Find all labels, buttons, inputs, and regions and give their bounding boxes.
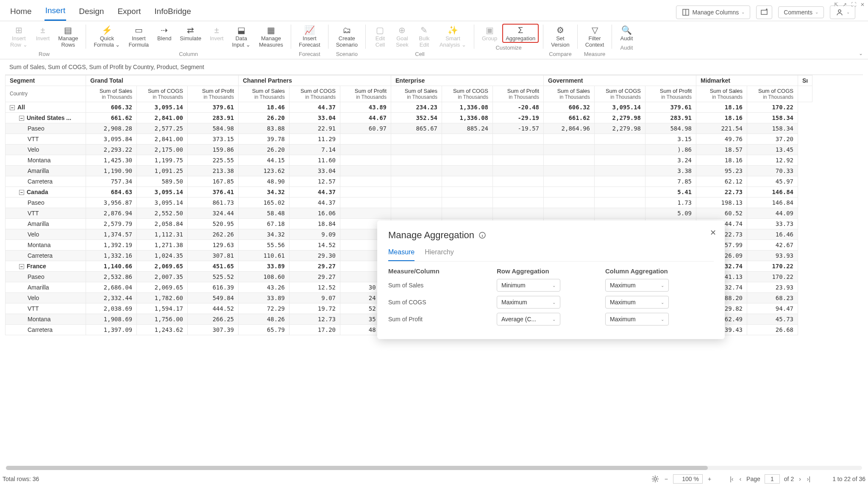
data-input-icon: ⬓ — [237, 25, 245, 36]
tab-home[interactable]: Home — [9, 4, 33, 20]
ribbon-group-forecast: Forecast — [299, 49, 320, 58]
close-icon[interactable]: ✕ — [710, 228, 716, 237]
table-row[interactable]: Paseo3,956.873,095.14861.73165.0244.371.… — [6, 197, 812, 208]
ribbon-manage-measures[interactable]: ▦ManageMeasures — [256, 24, 287, 49]
smart-analysis-icon: ✨ — [448, 25, 458, 36]
measure-label: Sum of Sales — [388, 282, 497, 289]
insert-row-icon: ⊞ — [15, 25, 22, 36]
modal-tab-measure[interactable]: Measure — [388, 248, 415, 261]
comments-button[interactable]: Comments⌄ — [778, 6, 824, 18]
aggregation-icon: Σ — [518, 25, 523, 36]
ribbon-blend[interactable]: ⇢Blend — [154, 24, 175, 49]
ribbon-group-customize: Customize — [495, 43, 521, 52]
quick-formula-icon: ⚡ — [102, 25, 112, 36]
goal-seek-icon: ⊕ — [398, 25, 406, 36]
ribbon-simulate[interactable]: ⇄Simulate — [176, 24, 205, 49]
manage-aggregation-dialog: ✕ Manage Aggregation Measure Hierarchy M… — [377, 220, 725, 339]
columns-icon — [682, 8, 690, 17]
simulate-icon: ⇄ — [187, 25, 194, 36]
ribbon-data-input[interactable]: ⬓DataInput ⌄ — [228, 24, 254, 49]
manage-columns-button[interactable]: Manage Columns⌄ — [676, 6, 751, 19]
ribbon-group: ▣Group — [479, 24, 501, 43]
modal-tab-hierarchy[interactable]: Hierarchy — [425, 248, 453, 261]
table-row[interactable]: VTT3,095.842,841.00373.1539.7811.293.154… — [6, 134, 812, 144]
info-icon[interactable] — [479, 231, 486, 239]
dialog-title: Manage Aggregation — [388, 230, 714, 241]
ribbon-manage-rows[interactable]: ▤ManageRows — [55, 24, 81, 49]
table-row[interactable]: Velo2,293.222,175.00159.8626.207.14).861… — [6, 144, 812, 155]
user-icon — [835, 8, 844, 17]
comment-add-icon — [760, 8, 768, 17]
ribbon-filter-context[interactable]: ▽FilterContext — [582, 24, 608, 49]
table-row[interactable]: Carretera757.34589.50167.8548.9012.577.8… — [6, 176, 812, 186]
row-aggregation-select[interactable]: Average (C...⌄ — [497, 313, 560, 326]
collapse-icon[interactable]: − — [19, 264, 24, 269]
measure-label: Sum of Profit — [388, 316, 497, 323]
ribbon-set-version[interactable]: ⚙SetVersion — [548, 24, 573, 49]
table-row[interactable]: −All606.323,095.14379.6118.4644.3743.892… — [6, 102, 812, 112]
ribbon-insert-row: ⊞InsertRow ⌄ — [7, 24, 31, 49]
audit-icon: 🔍 — [621, 25, 632, 36]
ribbon-goal-seek: ⊕GoalSeek — [392, 24, 412, 49]
breadcrumb: Sum of Sales, Sum of COGS, Sum of Profit… — [0, 59, 868, 75]
blend-icon: ⇢ — [161, 25, 168, 36]
col-header-measure: Measure/Column — [388, 267, 497, 275]
ribbon: ⊞InsertRow ⌄±Invert▤ManageRowsRow⚡QuickF… — [0, 21, 868, 59]
create-scenario-icon: 🗂 — [342, 25, 351, 36]
ribbon-smart-analysis: ✨SmartAnalysis ⌄ — [436, 24, 470, 49]
table-row[interactable]: −Canada684.633,095.14376.4134.3244.375.4… — [6, 186, 812, 197]
svg-rect-2 — [761, 10, 767, 14]
main-tabs: Home Insert Design Export InfoBridge Man… — [0, 0, 868, 21]
close-icon[interactable]: ✕ — [860, 2, 865, 8]
collapse-icon[interactable]: − — [19, 190, 24, 195]
tab-export[interactable]: Export — [117, 4, 142, 20]
ribbon-group-column: Column — [179, 49, 198, 58]
tab-insert[interactable]: Insert — [45, 3, 67, 21]
ribbon-insert-formula[interactable]: ▭InsertFormula — [125, 24, 152, 49]
table-row[interactable]: −United States ...661.622,841.00283.9126… — [6, 112, 812, 123]
ribbon-quick-formula[interactable]: ⚡QuickFormula ⌄ — [90, 24, 123, 49]
svg-point-5 — [838, 10, 841, 12]
col-aggregation-select[interactable]: Maximum⌄ — [605, 279, 669, 292]
ribbon-group-audit: Audit — [620, 43, 633, 52]
ribbon-group-cell: Cell — [415, 49, 424, 58]
collapse-icon[interactable]: − — [19, 116, 24, 121]
group-icon: ▣ — [486, 25, 494, 36]
invert-col-icon: ± — [214, 25, 219, 36]
row-aggregation-select[interactable]: Maximum⌄ — [497, 296, 560, 309]
invert-icon: ± — [40, 25, 45, 36]
bulk-edit-icon: ✎ — [420, 25, 428, 36]
edit-cell-icon: ▢ — [376, 25, 384, 36]
table-row[interactable]: Amarilla1,190.901,091.25213.38123.6233.0… — [6, 165, 812, 176]
col-aggregation-select[interactable]: Maximum⌄ — [605, 296, 669, 309]
restore-icon[interactable]: ↗ — [843, 2, 847, 8]
table-row[interactable]: Montana1,425.301,199.75225.5544.1511.603… — [6, 155, 812, 165]
filter-context-icon: ▽ — [592, 25, 598, 36]
ribbon-group-scenario: Scenario — [336, 49, 358, 58]
ribbon-create-scenario[interactable]: 🗂CreateScenario — [333, 24, 361, 49]
ribbon-aggregation[interactable]: ΣAggregation — [502, 24, 539, 43]
ribbon-insert-forecast[interactable]: 📈InsertForecast — [295, 24, 324, 49]
ribbon-bulk-edit: ✎BulkEdit — [414, 24, 434, 49]
ribbon-invert: ±Invert — [33, 24, 53, 49]
table-row[interactable]: VTT2,876.942,552.50324.4458.4816.065.096… — [6, 208, 812, 218]
expand-icon[interactable]: ⛶ — [851, 2, 856, 8]
ribbon-group-row: Row — [39, 49, 50, 58]
tab-infobridge[interactable]: InfoBridge — [153, 4, 192, 20]
measure-label: Sum of COGS — [388, 299, 497, 306]
col-header-rowagg: Row Aggregation — [497, 267, 605, 275]
pin-icon[interactable]: ⇱ — [834, 2, 838, 8]
insert-forecast-icon: 📈 — [304, 25, 315, 36]
collapse-icon[interactable]: − — [10, 105, 15, 110]
tab-design[interactable]: Design — [78, 4, 105, 20]
table-row[interactable]: Paseo2,908.282,577.25584.9883.8822.9160.… — [6, 123, 812, 134]
add-comment-button[interactable] — [756, 6, 772, 19]
row-aggregation-select[interactable]: Minimum⌄ — [497, 279, 560, 292]
manage-rows-icon: ▤ — [64, 25, 72, 36]
ribbon-audit[interactable]: 🔍Audit — [616, 24, 637, 43]
ribbon-collapse-icon[interactable]: ⌄ — [859, 50, 863, 56]
col-aggregation-select[interactable]: Maximum⌄ — [605, 313, 669, 326]
col-header-colagg: Column Aggregation — [605, 267, 714, 275]
set-version-icon: ⚙ — [556, 25, 564, 36]
ribbon-edit-cell: ▢EditCell — [370, 24, 390, 49]
